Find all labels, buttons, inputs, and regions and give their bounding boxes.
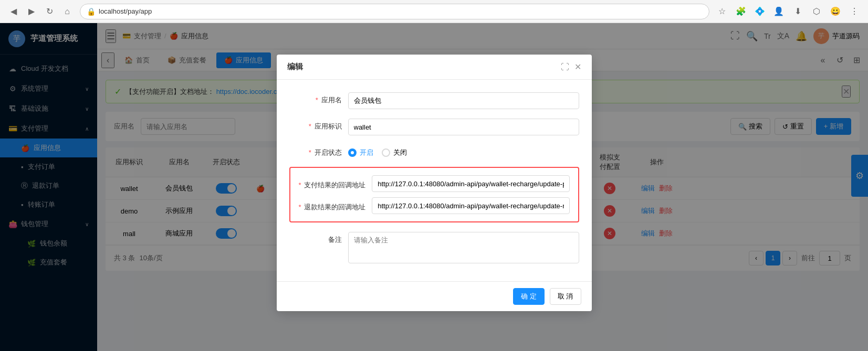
pay-callback-input[interactable] [372, 175, 569, 192]
refresh-button[interactable]: ↻ [42, 4, 57, 19]
form-item-app-id: * 应用标识 [289, 119, 579, 135]
remark-input[interactable] [348, 232, 579, 263]
modal-body: * 应用名 * 应用标识 * 开启状态 [277, 80, 592, 281]
star-button[interactable]: ☆ [715, 4, 729, 19]
status-radio-group: 开启 关闭 [348, 145, 407, 157]
radio-on[interactable]: 开启 [348, 148, 373, 157]
modal-close-button[interactable]: ✕ [574, 62, 581, 72]
form-item-remark: 备注 [289, 232, 579, 263]
modal-overlay: 编辑 ⛶ ✕ * 应用名 * 应用标识 [0, 23, 868, 351]
modal-title: 编辑 [287, 62, 303, 72]
browser-chrome: ◀ ▶ ↻ ⌂ 🔒 localhost/pay/app ☆ 🧩 💠 👤 ⬇ ⬡ … [0, 0, 868, 23]
refund-callback-label: * 退款结果的回调地址 [299, 199, 366, 212]
cancel-button[interactable]: 取 消 [550, 288, 581, 305]
radio-off[interactable]: 关闭 [382, 148, 407, 157]
radio-on-label: 开启 [360, 148, 373, 157]
browser-bar: ◀ ▶ ↻ ⌂ 🔒 localhost/pay/app ☆ 🧩 💠 👤 ⬇ ⬡ … [0, 0, 868, 23]
form-item-app-name: * 应用名 [289, 92, 579, 109]
globe-icon: 🔒 [87, 7, 96, 16]
ext4-button[interactable]: ⬇ [790, 4, 805, 19]
browser-nav-buttons: ◀ ▶ ↻ ⌂ [6, 4, 75, 19]
address-bar[interactable]: 🔒 localhost/pay/app [80, 4, 709, 19]
radio-on-circle [348, 148, 357, 157]
confirm-button[interactable]: 确 定 [513, 288, 545, 305]
radio-off-circle [382, 148, 390, 157]
pay-callback-label: * 支付结果的回调地址 [299, 177, 366, 190]
ext2-button[interactable]: 💠 [752, 4, 767, 19]
forward-button[interactable]: ▶ [24, 4, 39, 19]
modal-header-actions: ⛶ ✕ [561, 62, 581, 72]
ext1-button[interactable]: 🧩 [734, 4, 748, 19]
form-item-pay-callback: * 支付结果的回调地址 [299, 175, 570, 192]
remark-label: 备注 [289, 232, 342, 244]
url-text: localhost/pay/app [99, 7, 152, 15]
status-label: * 开启状态 [289, 145, 342, 157]
edit-modal: 编辑 ⛶ ✕ * 应用名 * 应用标识 [277, 55, 592, 311]
app-name-label: * 应用名 [289, 92, 342, 105]
modal-header: 编辑 ⛶ ✕ [277, 55, 592, 80]
ext5-button[interactable]: ⬡ [809, 4, 824, 19]
home-button[interactable]: ⌂ [60, 4, 75, 19]
app-id-label: * 应用标识 [289, 119, 342, 131]
modal-expand-button[interactable]: ⛶ [561, 62, 569, 72]
radio-off-label: 关闭 [393, 148, 407, 157]
browser-actions: ☆ 🧩 💠 👤 ⬇ ⬡ 😀 ⋮ [715, 4, 862, 19]
menu-button[interactable]: 😀 [828, 4, 843, 19]
form-item-refund-callback: * 退款结果的回调地址 [299, 197, 570, 214]
back-button[interactable]: ◀ [6, 4, 21, 19]
callback-section: * 支付结果的回调地址 * 退款结果的回调地址 [289, 167, 579, 222]
ext3-button[interactable]: 👤 [771, 4, 786, 19]
refund-callback-input[interactable] [372, 197, 569, 214]
app-name-input[interactable] [348, 92, 579, 109]
form-item-status: * 开启状态 开启 关闭 [289, 145, 579, 157]
app-id-input[interactable] [348, 119, 579, 135]
modal-footer: 确 定 取 消 [277, 281, 592, 311]
more-button[interactable]: ⋮ [847, 4, 862, 19]
